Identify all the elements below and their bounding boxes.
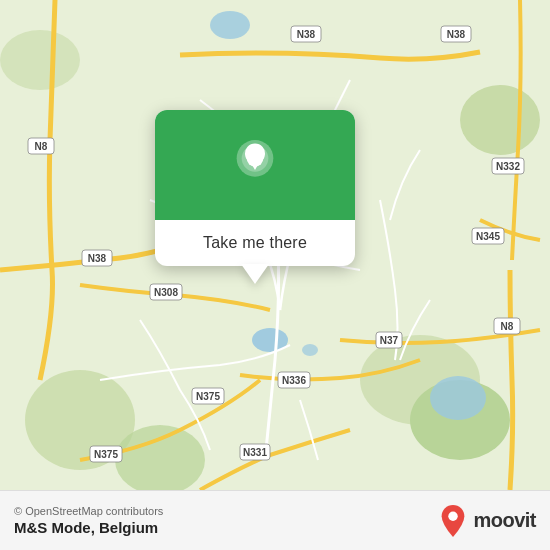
svg-point-9: [430, 376, 486, 420]
svg-point-6: [0, 30, 80, 90]
svg-text:N38: N38: [88, 253, 107, 264]
svg-point-5: [460, 85, 540, 155]
svg-point-41: [449, 511, 458, 520]
map-container: N8 N38 N38 N38 N332 N345 N8 N308 N37 N33…: [0, 0, 550, 490]
popup-green-area: [155, 110, 355, 220]
osm-attribution: © OpenStreetMap contributors: [14, 505, 163, 517]
svg-text:N38: N38: [447, 29, 466, 40]
location-pin-icon: [230, 140, 280, 190]
svg-point-8: [210, 11, 250, 39]
svg-text:N336: N336: [282, 375, 306, 386]
svg-text:N8: N8: [501, 321, 514, 332]
footer-left: © OpenStreetMap contributors M&S Mode, B…: [14, 505, 163, 536]
svg-text:N375: N375: [94, 449, 118, 460]
svg-text:N345: N345: [476, 231, 500, 242]
svg-text:N38: N38: [297, 29, 316, 40]
svg-point-10: [302, 344, 318, 356]
footer-bar: © OpenStreetMap contributors M&S Mode, B…: [0, 490, 550, 550]
svg-text:N308: N308: [154, 287, 178, 298]
popup-tail: [241, 264, 269, 284]
popup-button-area[interactable]: Take me there: [155, 220, 355, 266]
moovit-logo[interactable]: moovit: [439, 503, 536, 539]
moovit-text: moovit: [473, 509, 536, 532]
svg-text:N37: N37: [380, 335, 399, 346]
svg-text:N8: N8: [35, 141, 48, 152]
svg-text:N332: N332: [496, 161, 520, 172]
popup-card: Take me there: [155, 110, 355, 266]
svg-text:N375: N375: [196, 391, 220, 402]
location-name: M&S Mode, Belgium: [14, 519, 163, 536]
svg-text:N331: N331: [243, 447, 267, 458]
take-me-there-button[interactable]: Take me there: [203, 234, 307, 252]
moovit-pin-icon: [439, 503, 467, 539]
